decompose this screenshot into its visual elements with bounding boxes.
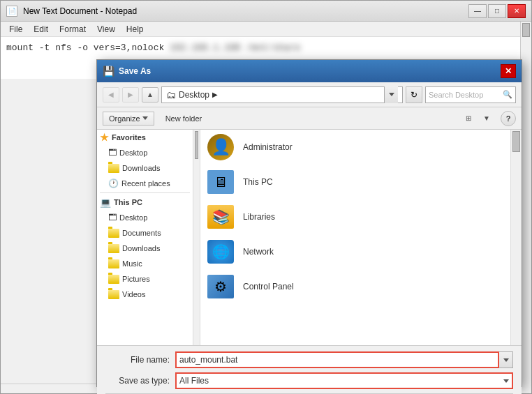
new-folder-button[interactable]: New folder bbox=[160, 112, 208, 125]
sidebar-item-documents[interactable]: Documents bbox=[97, 225, 193, 241]
dialog-title: Save As bbox=[119, 66, 151, 76]
this-pc-icon: 🖥 bbox=[207, 168, 235, 196]
notepad-icon: 📄 bbox=[6, 6, 17, 17]
folder-docs-icon bbox=[108, 229, 119, 238]
refresh-button[interactable]: ↻ bbox=[406, 86, 422, 103]
view-options: ⊞ ▼ bbox=[460, 111, 495, 126]
network-label: Network bbox=[243, 247, 274, 257]
control-panel-label: Control Panel bbox=[243, 282, 294, 291]
sidebar-item-downloads-pc[interactable]: Downloads bbox=[97, 241, 193, 256]
minimize-button[interactable]: — bbox=[468, 4, 487, 18]
organize-button[interactable]: Organize bbox=[103, 112, 154, 126]
sidebar-item-pictures[interactable]: Pictures bbox=[97, 271, 193, 287]
this-pc-file-label: This PC bbox=[243, 177, 273, 187]
location-folder-name: Desktop bbox=[179, 90, 209, 100]
filename-chevron-icon bbox=[503, 358, 509, 362]
menu-file[interactable]: File bbox=[3, 23, 28, 36]
dialog-actions-bar: Organize New folder ⊞ ▼ ? bbox=[97, 107, 522, 130]
folder-videos-icon bbox=[108, 290, 119, 299]
filename-row: File name: bbox=[105, 351, 513, 368]
control-panel-icon: ⚙ bbox=[207, 273, 235, 301]
savetype-value: All Files bbox=[179, 376, 209, 386]
file-item-libraries[interactable]: 📚 Libraries bbox=[200, 199, 510, 234]
file-area-scrollbar[interactable] bbox=[510, 130, 522, 345]
dialog-toolbar: ◀ ▶ ▲ 🗂 Desktop ▶ ↻ Search Desktop 🔍 bbox=[97, 82, 522, 107]
location-dropdown[interactable] bbox=[384, 86, 398, 103]
menu-help[interactable]: Help bbox=[121, 23, 149, 36]
save-as-dialog: 💾 Save As ✕ ◀ ▶ ▲ 🗂 Desktop ▶ ↻ Search D… bbox=[96, 59, 522, 387]
notepad-visible-text: mount -t nfs -o vers=3,nolock bbox=[6, 43, 164, 53]
administrator-label: Administrator bbox=[243, 142, 293, 152]
savetype-label: Save as type: bbox=[105, 376, 175, 386]
menu-view[interactable]: View bbox=[91, 23, 121, 36]
administrator-icon: 👤 bbox=[207, 133, 235, 161]
organize-chevron-icon bbox=[142, 116, 148, 120]
sidebar-item-desktop-pc[interactable]: 🗔 Desktop bbox=[97, 210, 193, 225]
filename-label: File name: bbox=[105, 355, 175, 365]
dialog-titlebar: 💾 Save As ✕ bbox=[97, 60, 522, 82]
file-item-control-panel[interactable]: ⚙ Control Panel bbox=[200, 269, 510, 304]
this-pc-label: This PC bbox=[114, 198, 142, 206]
forward-button[interactable]: ▶ bbox=[122, 87, 139, 103]
sidebar-item-videos[interactable]: Videos bbox=[97, 287, 193, 302]
sidebar-documents-label: Documents bbox=[122, 229, 161, 237]
sidebar-divider bbox=[100, 192, 190, 193]
menu-edit[interactable]: Edit bbox=[28, 23, 54, 36]
maximize-button[interactable]: □ bbox=[488, 4, 506, 18]
view-btn-1[interactable]: ⊞ bbox=[460, 111, 477, 126]
savetype-dropdown[interactable]: All Files bbox=[175, 372, 513, 389]
search-placeholder: Search Desktop bbox=[429, 91, 503, 99]
desktop-small-icon: 🗔 bbox=[108, 148, 117, 158]
file-area-scroll-thumb[interactable] bbox=[512, 131, 520, 152]
libraries-icon: 📚 bbox=[207, 203, 235, 231]
sidebar-this-pc-header[interactable]: 💻 This PC bbox=[97, 195, 193, 210]
up-button[interactable]: ▲ bbox=[142, 87, 158, 103]
sidebar: ★ Favorites 🗔 Desktop Downloads 🕐 Recent… bbox=[97, 130, 200, 345]
filename-dropdown[interactable] bbox=[499, 351, 513, 368]
filename-input[interactable] bbox=[175, 351, 499, 368]
location-bar[interactable]: 🗂 Desktop ▶ bbox=[161, 86, 403, 103]
folder-dl-icon bbox=[108, 244, 119, 253]
folder-pics-icon bbox=[108, 275, 119, 284]
dialog-close-button[interactable]: ✕ bbox=[501, 64, 516, 78]
sidebar-item-downloads-favorites[interactable]: Downloads bbox=[97, 160, 193, 176]
network-icon: 🌐 bbox=[207, 238, 235, 266]
new-folder-label: New folder bbox=[165, 114, 202, 123]
folder-icon bbox=[108, 164, 119, 173]
sidebar-desktop-label: Desktop bbox=[119, 149, 147, 157]
savetype-row: Save as type: All Files bbox=[105, 372, 513, 389]
sidebar-item-recent[interactable]: 🕐 Recent places bbox=[97, 176, 193, 191]
view-btn-2[interactable]: ▼ bbox=[478, 111, 495, 126]
sidebar-desktop-pc-label: Desktop bbox=[119, 213, 147, 222]
search-icon: 🔍 bbox=[503, 90, 512, 99]
sidebar-scrollbar[interactable] bbox=[193, 130, 200, 345]
desktop-pc-icon: 🗔 bbox=[108, 213, 117, 222]
sidebar-videos-label: Videos bbox=[122, 290, 145, 298]
file-item-this-pc[interactable]: 🖥 This PC bbox=[200, 165, 510, 199]
libraries-label: Libraries bbox=[243, 212, 275, 222]
star-icon: ★ bbox=[100, 132, 109, 143]
dialog-bottom: File name: Save as type: All Files ⬆ Hid… bbox=[97, 346, 522, 394]
file-area: 👤 Administrator 🖥 This PC 📚 Libraries 🌐 bbox=[200, 130, 510, 345]
file-item-administrator[interactable]: 👤 Administrator bbox=[200, 130, 510, 165]
back-button[interactable]: ◀ bbox=[103, 87, 119, 103]
organize-label: Organize bbox=[109, 114, 140, 123]
search-bar[interactable]: Search Desktop 🔍 bbox=[425, 86, 516, 103]
location-arrow: ▶ bbox=[212, 91, 218, 98]
dialog-body: ★ Favorites 🗔 Desktop Downloads 🕐 Recent… bbox=[97, 130, 522, 346]
favorites-label: Favorites bbox=[112, 133, 146, 142]
sidebar-downloads-label: Downloads bbox=[122, 164, 160, 172]
sidebar-favorites-header[interactable]: ★ Favorites bbox=[97, 130, 193, 145]
sidebar-scroll-thumb[interactable] bbox=[195, 131, 198, 159]
sidebar-content: ★ Favorites 🗔 Desktop Downloads 🕐 Recent… bbox=[97, 130, 193, 345]
notepad-close-button[interactable]: ✕ bbox=[508, 4, 526, 18]
sidebar-item-music[interactable]: Music bbox=[97, 256, 193, 271]
notepad-title: New Text Document - Notepad bbox=[23, 6, 137, 16]
window-controls: — □ ✕ bbox=[468, 4, 526, 18]
help-button[interactable]: ? bbox=[501, 111, 516, 126]
menu-format[interactable]: Format bbox=[54, 23, 91, 36]
scrollbar-thumb[interactable] bbox=[522, 23, 530, 37]
file-item-network[interactable]: 🌐 Network bbox=[200, 234, 510, 269]
sidebar-music-label: Music bbox=[122, 259, 142, 268]
sidebar-item-desktop-favorites[interactable]: 🗔 Desktop bbox=[97, 145, 193, 160]
